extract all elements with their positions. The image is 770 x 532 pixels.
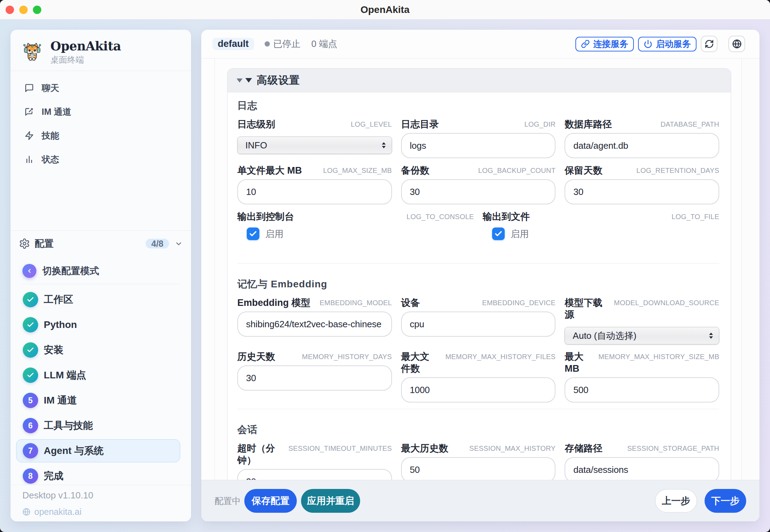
step-label: 工作区 (44, 293, 73, 306)
input-embedding_model[interactable] (237, 312, 392, 337)
field-label-row: 备份数LOG_BACKUP_COUNT (401, 164, 556, 176)
input-session_max_history[interactable] (401, 457, 556, 480)
config-section: 配置 4/8 切换配置模式 工作区Python安装LLM 端点5IM 通道6工具… (10, 230, 191, 490)
sidebar-nav-item-2[interactable]: IM 通道 (17, 102, 185, 121)
config-step-3[interactable]: 安装 (16, 338, 180, 362)
input-log_dir[interactable] (401, 133, 556, 158)
checkbox-row: 启用 (483, 227, 719, 241)
fields-grid: 超时（分钟）SESSION_TIMEOUT_MINUTES最大历史数SESSIO… (237, 442, 719, 480)
field-label: 最大文件数 (401, 351, 437, 374)
globe-icon (22, 508, 30, 516)
field-label: 存储路径 (565, 442, 602, 454)
config-steps: 工作区Python安装LLM 端点5IM 通道6工具与技能7Agent 与系统8… (16, 284, 180, 488)
main-header: default 已停止 0 端点 连接服务 启动服务 (201, 30, 760, 58)
input-log_backup_count[interactable] (401, 179, 556, 204)
field-env-name: EMBEDDING_DEVICE (482, 297, 555, 309)
sidebar-nav-item-3[interactable]: 技能 (17, 126, 185, 145)
step-label: IM 通道 (44, 394, 77, 407)
field-log_level: 日志级别LOG_LEVELINFO (237, 118, 392, 158)
field-label-row: 模型下载源MODEL_DOWNLOAD_SOURCE (565, 297, 719, 321)
chevron-down-icon[interactable] (175, 240, 183, 248)
section-title: 记忆与 Embedding (237, 279, 719, 290)
field-label: 输出到文件 (483, 211, 530, 223)
config-step-7[interactable]: 7Agent 与系统 (16, 439, 180, 462)
field-label-row: 超时（分钟）SESSION_TIMEOUT_MINUTES (237, 442, 392, 466)
panel-title: 高级设置 (257, 73, 300, 88)
close-window-button[interactable] (6, 6, 14, 14)
sidebar-nav-item-1[interactable]: 聊天 (17, 78, 185, 98)
field-env-name: LOG_RETENTION_DAYS (636, 164, 719, 176)
minimize-window-button[interactable] (19, 6, 28, 14)
input-embedding_device[interactable] (401, 312, 556, 337)
field-env-name: MEMORY_HISTORY_DAYS (302, 351, 392, 363)
advanced-settings-panel: 高级设置 日志日志级别LOG_LEVELINFO日志目录LOG_DIR数据库路径… (227, 68, 731, 480)
field-label-row: 最大历史数SESSION_MAX_HISTORY (401, 442, 556, 454)
config-step-5[interactable]: 5IM 通道 (16, 389, 180, 412)
field-log_to_console: 输出到控制台LOG_TO_CONSOLE启用 (237, 211, 474, 241)
save-config-button[interactable]: 保存配置 (244, 489, 297, 513)
input-log_retention_days[interactable] (565, 179, 719, 204)
scrollbar-gutter[interactable] (741, 58, 760, 480)
window-title: OpenAkita (360, 4, 410, 15)
field-env-name: LOG_BACKUP_COUNT (478, 164, 555, 176)
config-step-2[interactable]: Python (16, 313, 180, 336)
field-label: 最大 MB (565, 351, 590, 374)
field-session_storage_path: 存储路径SESSION_STORAGE_PATH (565, 442, 719, 480)
input-session_storage_path[interactable] (565, 457, 719, 480)
language-button[interactable] (728, 36, 745, 52)
field-label: 日志级别 (237, 118, 275, 130)
input-session_timeout_minutes[interactable] (237, 469, 392, 480)
field-env-name: DATABASE_PATH (660, 118, 719, 130)
input-memory_history_days[interactable] (237, 365, 392, 391)
input-memory_max_history_size_mb[interactable] (565, 377, 719, 402)
mode-toggle-circle[interactable] (22, 264, 36, 278)
section-title: 会话 (237, 424, 719, 435)
config-step-8[interactable]: 8完成 (16, 464, 180, 488)
website-link[interactable]: openakita.ai (22, 507, 179, 517)
field-label: 历史天数 (237, 351, 275, 363)
input-memory_max_history_files[interactable] (401, 377, 556, 402)
input-database_path[interactable] (565, 133, 719, 158)
step-check-circle (23, 292, 38, 307)
start-service-button[interactable]: 启动服务 (638, 37, 696, 51)
config-header[interactable]: 配置 4/8 (19, 236, 183, 251)
select-model_download_source[interactable]: Auto (自动选择) (565, 327, 719, 344)
connect-service-button[interactable]: 连接服务 (575, 37, 634, 51)
gear-icon (19, 238, 30, 249)
field-label-row: 输出到控制台LOG_TO_CONSOLE (237, 211, 474, 223)
step-label: LLM 端点 (44, 369, 86, 382)
checkbox-log_to_file[interactable] (492, 227, 505, 240)
config-mode-toggle[interactable]: 切换配置模式 (22, 264, 179, 284)
check-icon (494, 230, 503, 238)
input-log_max_size_mb[interactable] (237, 179, 392, 204)
zoom-window-button[interactable] (33, 6, 41, 14)
checkbox-row: 启用 (237, 227, 474, 241)
sidebar-footer: Desktop v1.10.10 openakita.ai (10, 485, 191, 522)
akita-dog-logo (23, 42, 41, 62)
panel-body: 日志日志级别LOG_LEVELINFO日志目录LOG_DIR数据库路径DATAB… (227, 92, 731, 480)
section-title: 日志 (237, 100, 719, 111)
prev-step-button[interactable]: 上一步 (655, 489, 697, 513)
refresh-button[interactable] (701, 36, 718, 52)
config-label: 配置 (35, 237, 54, 250)
apply-restart-button[interactable]: 应用并重启 (301, 489, 360, 513)
select-log_level[interactable]: INFO (237, 136, 392, 154)
step-label: Python (44, 319, 77, 330)
traffic-lights (6, 6, 41, 14)
config-step-4[interactable]: LLM 端点 (16, 364, 180, 387)
config-step-6[interactable]: 6工具与技能 (16, 414, 180, 437)
advanced-settings-header[interactable]: 高级设置 (227, 69, 731, 92)
checkbox-log_to_console[interactable] (247, 227, 259, 240)
sidebar-nav-item-4[interactable]: 状态 (17, 149, 185, 169)
check-icon (249, 230, 257, 238)
endpoints-count: 0 端点 (312, 38, 337, 50)
config-step-1[interactable]: 工作区 (16, 288, 180, 311)
step-number-circle: 5 (23, 393, 38, 408)
step-number-circle: 6 (23, 418, 38, 433)
field-env-name: SESSION_STORAGE_PATH (627, 442, 719, 454)
website-label: openakita.ai (34, 507, 82, 517)
brand: OpenAkita 桌面终端 (10, 30, 191, 71)
next-step-button[interactable]: 下一步 (705, 489, 746, 513)
field-log_to_file: 输出到文件LOG_TO_FILE启用 (483, 211, 719, 241)
nav-item-label: 技能 (42, 130, 59, 141)
